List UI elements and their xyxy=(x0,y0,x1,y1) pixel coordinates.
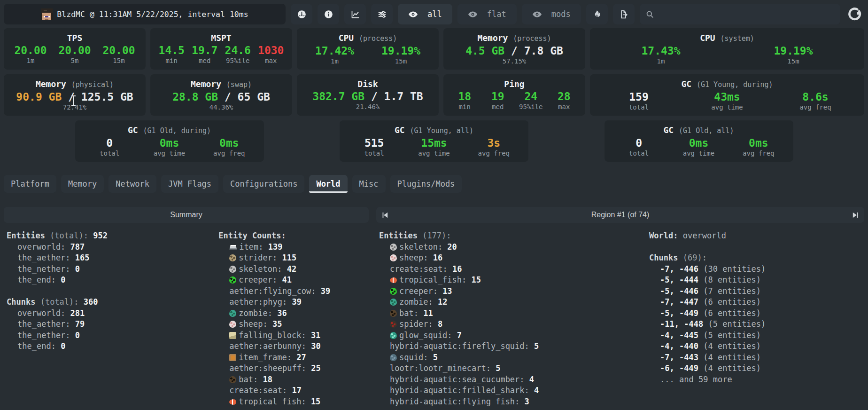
chunk-entity-count: (4 entities) xyxy=(703,363,761,373)
entity-row: item: 139 xyxy=(218,242,366,253)
tab-world[interactable]: World xyxy=(309,175,347,193)
bat-icon xyxy=(229,376,236,383)
chunk-coord: -4, -440 xyxy=(660,341,698,351)
search-input[interactable] xyxy=(658,10,835,19)
stat-card-title-suffix: (swap) xyxy=(226,80,252,89)
entity-count: 15 xyxy=(472,275,481,284)
fraction-separator: / xyxy=(218,91,238,103)
stat-card-rows: TPS20.001m20.005m20.0015mMSPT14.5min19.7… xyxy=(0,28,868,162)
stat-card-title: Memory (swap) xyxy=(155,79,287,90)
tab-jvm-flags[interactable]: JVM Flags xyxy=(161,175,218,193)
view-toggle-flat[interactable]: flat xyxy=(457,4,517,24)
stat-card-cpu-system: CPU (system)17.43%1m19.19%15m xyxy=(590,28,864,70)
entity-name: hybrid-aquatic:firefly_squid: xyxy=(390,341,534,351)
graph-button[interactable] xyxy=(344,4,366,24)
stat-value: 159 xyxy=(595,90,683,103)
totals-label: Entities xyxy=(7,231,45,240)
totals-paren: (total): xyxy=(40,297,79,307)
stat-value-cell: 0total xyxy=(609,136,669,157)
chunk-entity-count: (5 entities) xyxy=(708,319,766,329)
tab-plugins-mods[interactable]: Plugins/Mods xyxy=(390,175,462,193)
tab-misc[interactable]: Misc xyxy=(352,175,386,193)
stat-value-cell: 0msavg time xyxy=(669,136,728,157)
stat-card-gc-g1-young-during: GC (G1 Young, during)159total43msavg tim… xyxy=(590,74,864,116)
stat-total-value: 125.5 GB xyxy=(81,91,133,103)
stat-card-memory-swap: Memory (swap)28.8 GB / 65 GB44.36% xyxy=(150,74,292,116)
bat-icon xyxy=(390,310,397,317)
stat-value: 14.5 xyxy=(155,44,188,57)
health-gauge-button[interactable] xyxy=(291,4,312,24)
stat-card-title-text: Memory xyxy=(191,79,221,89)
stat-card-title: GC (G1 Old, all) xyxy=(609,125,789,136)
chunk-row: -7, -443 (4 entities) xyxy=(649,352,861,363)
entity-name: aether:flying_cow: xyxy=(229,286,320,296)
view-toggle-all[interactable]: all xyxy=(398,4,452,24)
search-box[interactable] xyxy=(640,4,840,24)
tab-network[interactable]: Network xyxy=(108,175,156,193)
entity-name: item: xyxy=(239,242,268,252)
chunk-coord: -6, -449 xyxy=(660,363,698,373)
export-button[interactable] xyxy=(613,4,635,24)
line-chart-icon xyxy=(350,9,360,19)
totals-row: the_nether: 0 xyxy=(7,330,218,341)
entity-count: 11 xyxy=(423,308,433,318)
stat-value-cell: 20.005m xyxy=(53,44,97,65)
stat-value-cell: 0msavg time xyxy=(140,136,199,157)
spark-logo-icon xyxy=(845,4,864,24)
entity-count: 17 xyxy=(292,386,301,395)
chunk-row: -6, -449 (4 entities) xyxy=(649,363,861,374)
stat-card-values: 18min19med2495%ile28max xyxy=(448,90,581,111)
stat-card-memory-process: Memory (process)4.5 GB / 7.8 GB57.15% xyxy=(443,28,585,70)
entity-name: squid: xyxy=(399,353,433,362)
entity-count: 41 xyxy=(282,275,291,284)
tab-memory[interactable]: Memory xyxy=(61,175,104,193)
stat-total-value: 1.7 TB xyxy=(384,90,423,102)
chunk-row: -5, -446 (7 entities) xyxy=(649,286,861,297)
stat-card-title-suffix: (G1 Young, during) xyxy=(697,80,773,89)
entity-count: 20 xyxy=(447,242,457,252)
chunk-coord: -5, -444 xyxy=(660,275,698,284)
stat-card-title: Disk xyxy=(302,79,434,90)
stat-card-values: 17.42%1m19.19%15m xyxy=(302,44,434,65)
settings-button[interactable] xyxy=(371,4,393,24)
fraction-separator: / xyxy=(364,90,384,102)
view-toggle-mods[interactable]: mods xyxy=(522,4,581,24)
stat-card-title-suffix: (process) xyxy=(359,34,397,43)
stat-card-title-text: TPS xyxy=(67,33,83,43)
entity-count: 3 xyxy=(525,397,529,406)
chunk-row: -11, -448 (5 entities) xyxy=(649,319,861,330)
entity-count: 16 xyxy=(433,253,442,262)
entity-row: strider: 115 xyxy=(218,252,366,264)
flame-icon xyxy=(592,9,602,19)
stat-value-label: total xyxy=(595,103,683,111)
entity-row: zombie: 12 xyxy=(379,297,649,308)
info-button[interactable] xyxy=(318,4,339,24)
entity-name: creeper: xyxy=(239,275,282,284)
entity-row: hybrid-aquatic:frilled_shark: 4 xyxy=(379,385,649,396)
region-panel-header: Region #1 (of 74) xyxy=(376,207,864,223)
stat-card-tps: TPS20.001m20.005m20.0015m xyxy=(4,28,146,70)
chunk-entity-count: (6 entities) xyxy=(703,308,761,318)
region-last-button[interactable] xyxy=(852,211,860,219)
tab-platform[interactable]: Platform xyxy=(4,175,56,193)
tab-configurations[interactable]: Configurations xyxy=(223,175,304,193)
stat-card-row: GC (G1 Old, during)0total0msavg time0msa… xyxy=(4,120,864,162)
world-name: the_nether: xyxy=(17,331,75,340)
stat-value-label: 15m xyxy=(727,57,860,65)
entity-row: skeleton: 42 xyxy=(218,264,366,275)
stat-card-title-text: CPU xyxy=(339,33,354,43)
stat-value-cell: 28max xyxy=(548,90,581,111)
world-name: overworld: xyxy=(17,242,70,252)
stat-card-ping: Ping18min19med2495%ile28max xyxy=(443,74,585,116)
flame-button[interactable] xyxy=(586,4,608,24)
entity-count: 7 xyxy=(457,331,462,340)
stat-value: 19 xyxy=(481,90,515,103)
entity-name: tropical_fish: xyxy=(399,275,472,284)
totals-row: the_aether: 165 xyxy=(7,252,218,264)
stat-value-cell: 18min xyxy=(448,90,481,111)
region-first-button[interactable] xyxy=(381,211,389,219)
stat-value: 19.19% xyxy=(368,44,434,57)
entity-row: lootr:lootr_minecart: 5 xyxy=(379,363,649,374)
chunk-coord: -5, -449 xyxy=(660,308,698,318)
profile-title: BlzdMC @ 11:31AM 5/22/2025, interval 10m… xyxy=(57,10,248,19)
